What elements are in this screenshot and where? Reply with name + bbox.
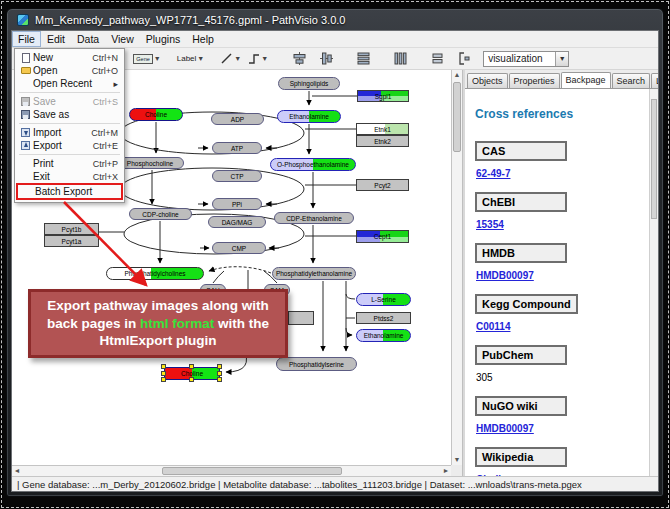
cdp-choline-node[interactable]: CDP-choline bbox=[129, 208, 192, 220]
phosphatidylethanolamine-node[interactable]: Phosphatidylethanolamine bbox=[272, 267, 356, 280]
chevron-down-icon[interactable]: ▼ bbox=[154, 55, 161, 62]
menu-item-save[interactable]: SaveCtrl+S bbox=[16, 95, 123, 108]
sidebar-scrollbar[interactable] bbox=[649, 89, 658, 476]
add-label-button[interactable]: Label ▼ bbox=[174, 52, 208, 65]
ethanolamine-node[interactable]: Ethanolamine bbox=[277, 110, 341, 123]
cdp-ethanolamine-node[interactable]: CDP-Ethanolamine bbox=[274, 212, 354, 224]
unlabeled-node[interactable] bbox=[288, 311, 314, 325]
selection-handle[interactable] bbox=[217, 377, 222, 382]
menu-item-export[interactable]: ExportCtrl+E bbox=[16, 139, 123, 152]
selection-handle[interactable] bbox=[217, 371, 222, 376]
menubar-item-help[interactable]: Help bbox=[186, 31, 220, 47]
menubar-item-plugins[interactable]: Plugins bbox=[140, 31, 186, 47]
menu-item-label: Import bbox=[33, 127, 91, 138]
menubar-item-file[interactable]: File bbox=[12, 31, 41, 47]
pcyt1b-node[interactable]: Pcyt1b bbox=[44, 223, 99, 235]
xref-section-hmdb: HMDBHMDB00097 bbox=[475, 243, 641, 281]
ppi-node[interactable]: PPi bbox=[212, 198, 262, 210]
scrollbar-corner bbox=[451, 465, 462, 476]
chevron-down-icon[interactable]: ▼ bbox=[197, 55, 204, 62]
etnk2-node[interactable]: Etnk2 bbox=[356, 135, 409, 147]
distribute-vertical-button[interactable] bbox=[355, 50, 372, 67]
distribute-horizontal-button[interactable] bbox=[392, 50, 409, 67]
choline-node[interactable]: Choline bbox=[129, 108, 183, 121]
tab-objects[interactable]: Objects bbox=[467, 73, 508, 88]
ptdss2-node[interactable]: Ptdss2 bbox=[356, 312, 411, 324]
xref-link-15354[interactable]: 15354 bbox=[476, 219, 641, 230]
stack-button[interactable] bbox=[429, 50, 446, 67]
menu-item-print[interactable]: PrintCtrl+P bbox=[16, 157, 123, 170]
menu-item-exit[interactable]: ExitCtrl+X bbox=[16, 170, 123, 183]
xref-link-hmdb00097[interactable]: HMDB00097 bbox=[476, 270, 641, 281]
sgpl1-node[interactable]: Sgpl1 bbox=[357, 90, 409, 102]
scroll-up-icon[interactable]: ▲ bbox=[452, 70, 462, 80]
selection-handle[interactable] bbox=[189, 364, 194, 369]
selection-handle[interactable] bbox=[217, 364, 222, 369]
menubar-item-data[interactable]: Data bbox=[71, 31, 105, 47]
scroll-left-icon[interactable]: ◄ bbox=[12, 466, 22, 476]
atp-node[interactable]: ATP bbox=[212, 142, 262, 154]
vertical-scroll-thumb[interactable] bbox=[453, 82, 461, 152]
selection-handle[interactable] bbox=[161, 364, 166, 369]
sphingolipids-node[interactable]: Sphingolipids bbox=[278, 77, 340, 90]
cmp-node[interactable]: CMP bbox=[212, 242, 266, 254]
visualization-combobox[interactable]: visualization ▼ bbox=[483, 51, 569, 67]
sidebar-scroll-thumb[interactable] bbox=[651, 99, 657, 219]
cept1-node[interactable]: Cept1 bbox=[356, 230, 409, 243]
xref-link-c00114[interactable]: C00114 bbox=[476, 321, 641, 332]
menu-separator bbox=[19, 92, 120, 93]
selection-handle[interactable] bbox=[161, 371, 166, 376]
selection-handle[interactable] bbox=[189, 377, 194, 382]
ctp-node[interactable]: CTP bbox=[212, 170, 262, 182]
scroll-right-icon[interactable]: ► bbox=[441, 466, 451, 476]
import-icon bbox=[18, 128, 33, 137]
adp-node[interactable]: ADP bbox=[211, 113, 264, 125]
align-horizontal-center-button[interactable] bbox=[291, 50, 308, 67]
line-tool-button[interactable]: ▼ bbox=[217, 50, 244, 67]
chevron-down-icon[interactable]: ▼ bbox=[555, 52, 568, 66]
elbow-connector-button[interactable]: ▼ bbox=[244, 50, 271, 67]
menu-item-import[interactable]: ImportCtrl+M bbox=[16, 126, 123, 139]
phosphocholine-node[interactable]: Phosphocholine bbox=[116, 157, 184, 169]
o-phosphoethanolamine-node[interactable]: O-Phosphoethanolamine bbox=[270, 158, 356, 171]
ethanolamine-node[interactable]: Ethanolamine bbox=[356, 329, 411, 342]
phosphatidylserine-node[interactable]: Phosphatidylserine bbox=[276, 357, 357, 371]
pcyt1a-node[interactable]: Pcyt1a bbox=[44, 235, 99, 247]
menu-item-label: Exit bbox=[33, 171, 93, 182]
dag-mag-node[interactable]: DAG/MAG bbox=[208, 216, 266, 228]
xref-link-hmdb00097[interactable]: HMDB00097 bbox=[476, 423, 641, 434]
scroll-down-icon[interactable]: ▼ bbox=[452, 455, 462, 465]
visualization-value: visualization bbox=[484, 53, 555, 64]
horizontal-scroll-thumb[interactable] bbox=[162, 467, 342, 475]
menu-item-open[interactable]: OpenCtrl+O bbox=[16, 64, 123, 77]
menu-item-open-recent[interactable]: Open Recent▸ bbox=[16, 77, 123, 90]
xref-title: HMDB bbox=[475, 243, 567, 263]
phosphatidylcholines-node[interactable]: Phosphatidylcholines bbox=[106, 267, 204, 280]
pcyt2-node[interactable]: Pcyt2 bbox=[356, 179, 409, 191]
canvas-horizontal-scrollbar[interactable]: ◄ ► bbox=[12, 465, 451, 476]
title-bar[interactable]: Mm_Kennedy_pathway_WP1771_45176.gpml - P… bbox=[11, 9, 659, 30]
add-gene-button[interactable]: Gene ▼ bbox=[130, 52, 163, 66]
tab-search[interactable]: Search bbox=[612, 73, 651, 88]
canvas-vertical-scrollbar[interactable]: ▲ ▼ bbox=[451, 70, 462, 465]
xref-section-cas: CAS62-49-7 bbox=[475, 141, 641, 179]
tab-properties[interactable]: Properties bbox=[509, 73, 560, 88]
tab-legend[interactable]: Legend bbox=[651, 73, 659, 88]
align-vertical-center-button[interactable] bbox=[318, 50, 335, 67]
xref-link-62-49-7[interactable]: 62-49-7 bbox=[476, 168, 641, 179]
l-serine-node[interactable]: L-Serine bbox=[356, 293, 411, 306]
menu-item-batch-export[interactable]: Batch Export bbox=[16, 183, 123, 200]
menu-item-new[interactable]: NewCtrl+N bbox=[16, 51, 123, 64]
selection-handle[interactable] bbox=[161, 377, 166, 382]
status-bar: | Gene database: ...m_Derby_20120602.bri… bbox=[12, 476, 658, 491]
menu-item-shortcut: Ctrl+S bbox=[93, 97, 121, 107]
tab-backpage[interactable]: Backpage bbox=[561, 72, 611, 88]
menubar-item-edit[interactable]: Edit bbox=[41, 31, 71, 47]
menubar-item-view[interactable]: View bbox=[105, 31, 140, 47]
menu-item-save-as[interactable]: Save as bbox=[16, 108, 123, 121]
chevron-down-icon[interactable]: ▼ bbox=[261, 55, 268, 62]
group-button[interactable] bbox=[456, 50, 473, 67]
chevron-down-icon[interactable]: ▼ bbox=[234, 55, 241, 62]
etnk1-node[interactable]: Etnk1 bbox=[356, 123, 409, 135]
menu-item-shortcut: Ctrl+M bbox=[91, 128, 121, 138]
